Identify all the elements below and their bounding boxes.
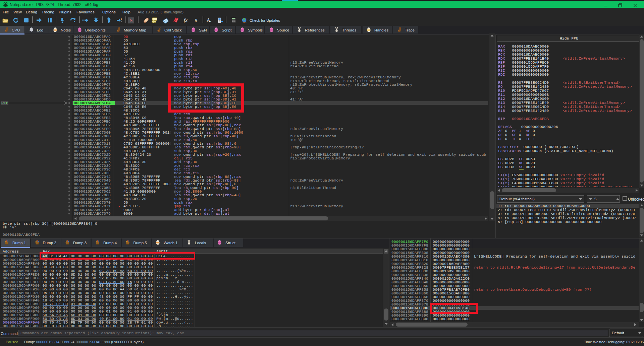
svg-text:S: S	[130, 18, 132, 23]
svg-text:fx: fx	[184, 17, 187, 23]
svg-text:z: z	[210, 19, 211, 23]
svg-text:#: #	[195, 17, 198, 23]
